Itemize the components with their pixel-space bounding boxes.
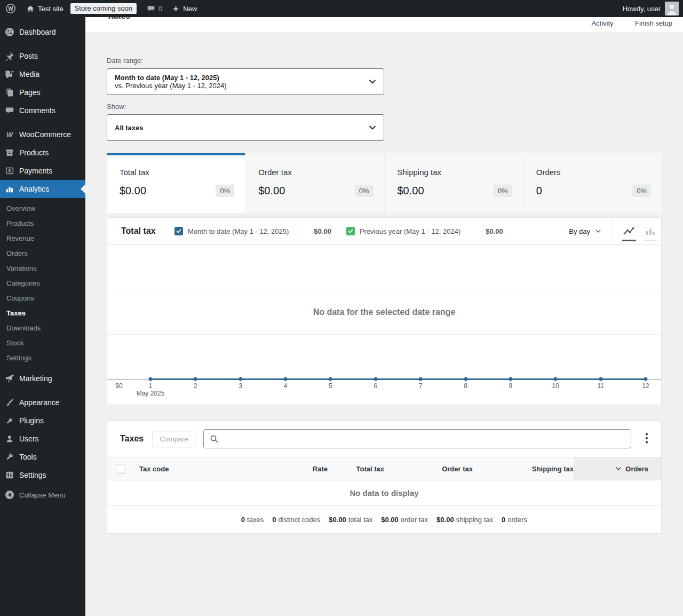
comment-bubble-icon (147, 4, 155, 13)
sidebar-item-posts[interactable]: Posts (0, 47, 85, 65)
sidebar-item-appearance[interactable]: Appearance (0, 393, 85, 412)
new-content-link[interactable]: New (167, 0, 202, 17)
sidebar-item-pages[interactable]: Pages (0, 83, 85, 101)
stat-card-total-tax[interactable]: Total tax $0.000% (107, 153, 245, 213)
sidebar-item-marketing[interactable]: Marketing (0, 369, 85, 388)
comments-link[interactable]: 0 (142, 0, 167, 17)
column-shipping-tax[interactable]: Shipping tax (473, 457, 574, 480)
legend-item-current[interactable]: Month to date (May 1 - 12, 2025) $0.00 (174, 227, 346, 235)
show-value: All taxes (115, 124, 362, 132)
x-axis-tick: 2 (194, 382, 197, 390)
chart-point (239, 377, 242, 381)
column-rate[interactable]: Rate (274, 457, 328, 480)
select-all-checkbox[interactable] (116, 464, 125, 473)
sidebar-item-analytics[interactable]: Analytics (0, 180, 85, 198)
chart-title: Total tax (121, 226, 174, 236)
sidebar-item-media[interactable]: Media (0, 65, 85, 83)
submenu-item-products[interactable]: Products (0, 216, 85, 231)
sidebar-item-dashboard[interactable]: Dashboard (0, 23, 85, 41)
submenu-item-revenue[interactable]: Revenue (0, 231, 85, 246)
stat-change-badge: 0% (494, 185, 512, 197)
chart-empty-message: No data for the selected date range (107, 290, 661, 334)
stat-value: $0.00 (258, 185, 285, 197)
comments-icon (0, 106, 19, 115)
chart-point (284, 377, 288, 381)
submenu-item-settings[interactable]: Settings (0, 351, 85, 366)
search-box[interactable] (203, 429, 631, 448)
interval-select[interactable]: By day (569, 227, 602, 235)
bar-chart-icon (646, 227, 655, 235)
search-input[interactable] (222, 430, 631, 448)
home-icon (26, 4, 35, 13)
submenu-item-taxes[interactable]: Taxes (0, 306, 85, 321)
checkbox-checked[interactable] (174, 227, 183, 235)
table-column-headers: Tax code Rate Total tax Order tax Shippi… (107, 457, 661, 480)
archive-box-icon (0, 148, 19, 157)
bar-chart-toggle[interactable] (640, 218, 661, 245)
sidebar-item-products[interactable]: Products (0, 144, 85, 162)
sidebar-item-payments[interactable]: $ Payments (0, 162, 85, 180)
sidebar-item-comments[interactable]: Comments (0, 101, 85, 120)
stat-change-badge: 0% (632, 185, 651, 197)
submenu-item-stock[interactable]: Stock (0, 336, 85, 351)
x-axis-tick: 11 (597, 382, 603, 390)
checkbox-checked[interactable] (346, 227, 355, 235)
divider (613, 218, 613, 244)
comments-count: 0 (158, 5, 162, 13)
chevron-down-icon (368, 123, 377, 132)
collapse-arrow-icon (0, 489, 19, 500)
stat-card-order-tax[interactable]: Order tax $0.000% (245, 153, 384, 213)
avatar[interactable] (665, 2, 679, 15)
stat-card-shipping-tax[interactable]: Shipping tax $0.000% (384, 153, 523, 213)
sidebar-item-settings[interactable]: Settings (0, 466, 85, 484)
plug-icon (0, 416, 19, 425)
column-tax-code: Tax code (131, 457, 274, 480)
compare-button[interactable]: Compare (153, 431, 195, 447)
sidebar-item-tools[interactable]: Tools (0, 448, 85, 466)
chart-point (194, 377, 197, 381)
dashboard-icon (0, 27, 19, 37)
wordpress-logo[interactable]: W (0, 0, 21, 17)
chart-point (599, 377, 602, 381)
chevron-down-icon (594, 227, 602, 235)
svg-text:W: W (6, 131, 14, 139)
x-axis-tick: 9 (509, 382, 513, 390)
sidebar-item-woocommerce[interactable]: W WooCommerce (0, 125, 85, 144)
admin-bar: W Test site Store coming soon 0 New Howd… (0, 0, 683, 17)
submenu-item-coupons[interactable]: Coupons (0, 291, 85, 306)
stat-card-orders[interactable]: Orders 00% (523, 153, 662, 213)
column-total-tax[interactable]: Total tax (328, 457, 384, 480)
kebab-menu-icon (645, 432, 648, 444)
plus-icon (172, 5, 180, 13)
submenu-item-orders[interactable]: Orders (0, 246, 85, 261)
submenu-item-downloads[interactable]: Downloads (0, 321, 85, 336)
column-order-tax[interactable]: Order tax (384, 457, 473, 480)
y-axis-tick: $0 (115, 382, 122, 390)
submenu-item-overview[interactable]: Overview (0, 201, 85, 216)
stat-value: $0.00 (120, 185, 146, 197)
line-chart-icon (623, 227, 635, 235)
submenu-item-variations[interactable]: Variations (0, 261, 85, 276)
x-axis-tick: 6 (374, 382, 377, 390)
taxes-table-panel: Taxes Compare Tax code Rate Total tax Or… (107, 420, 662, 534)
x-axis-tick: 7 (419, 382, 423, 390)
x-axis-tick: 12 (642, 382, 649, 390)
line-chart-toggle[interactable] (618, 218, 640, 245)
site-name-link[interactable]: Test site (21, 0, 68, 17)
show-dropdown[interactable]: All taxes (107, 114, 384, 141)
table-menu-button[interactable] (642, 430, 652, 448)
date-range-dropdown[interactable]: Month to date (May 1 - 12, 2025) vs. Pre… (107, 68, 384, 95)
megaphone-icon (0, 373, 19, 384)
media-icon (0, 69, 19, 80)
store-coming-soon-badge[interactable]: Store coming soon (70, 3, 137, 14)
collapse-menu-button[interactable]: Collapse Menu (0, 486, 85, 504)
sidebar-item-plugins[interactable]: Plugins (0, 412, 85, 430)
sidebar-item-users[interactable]: Users (0, 430, 85, 448)
legend-item-previous[interactable]: Previous year (May 1 - 12, 2024) $0.00 (346, 227, 518, 235)
stat-value: 0 (536, 185, 542, 197)
column-orders-sorted[interactable]: Orders (574, 457, 661, 480)
howdy-user-link[interactable]: Howdy, user (623, 5, 661, 13)
submenu-item-categories[interactable]: Categories (0, 276, 85, 291)
chart-header: Total tax Month to date (May 1 - 12, 202… (107, 218, 661, 245)
summary-shipping-tax: $0.00shipping tax (436, 516, 493, 524)
